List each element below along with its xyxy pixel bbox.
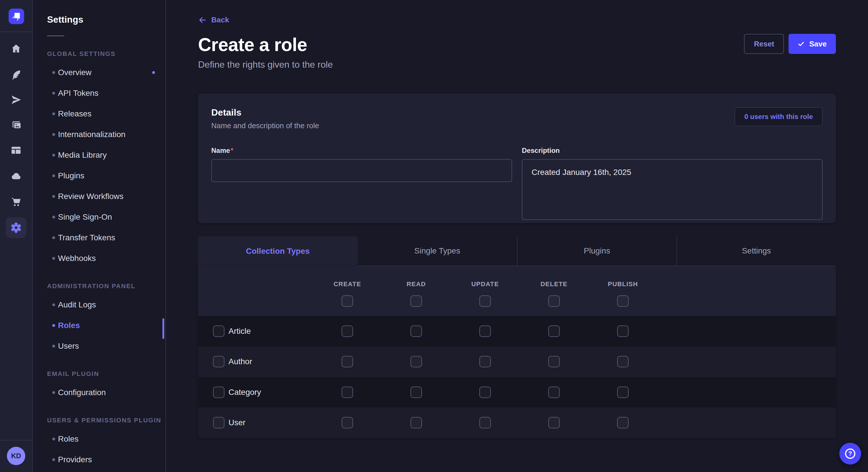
article-create-checkbox[interactable] [342, 326, 353, 337]
author-create-checkbox[interactable] [342, 356, 353, 367]
subnav-item-label: Internationalization [58, 130, 125, 139]
article-read-checkbox[interactable] [410, 326, 422, 337]
category-read-checkbox[interactable] [410, 386, 422, 398]
article-publish-checkbox[interactable] [617, 326, 629, 337]
subnav-item-users[interactable]: Users [33, 336, 165, 357]
back-label: Back [211, 15, 229, 24]
layout-panel-icon[interactable] [10, 144, 22, 156]
subnav-item-internationalization[interactable]: Internationalization [33, 124, 165, 145]
bullet-icon [52, 458, 55, 461]
question-mark-icon: ? [845, 448, 856, 459]
permissions-tabs: Collection TypesSingle TypesPluginsSetti… [198, 236, 836, 266]
bullet-icon [52, 174, 55, 177]
cart-icon[interactable] [10, 196, 22, 208]
required-mark: * [230, 146, 233, 154]
select-all-publish-checkbox[interactable] [617, 295, 629, 307]
subnav-item-api-tokens[interactable]: API Tokens [33, 83, 165, 103]
user-update-checkbox[interactable] [479, 417, 491, 429]
select-all-read-checkbox[interactable] [410, 295, 422, 307]
subnav-item-providers[interactable]: Providers [33, 449, 165, 470]
subnav-item-label: Review Workflows [58, 192, 123, 201]
user-publish-checkbox[interactable] [617, 417, 629, 429]
subnav-sections: GLOBAL SETTINGSOverviewAPI TokensRelease… [33, 50, 165, 470]
name-input[interactable] [211, 159, 512, 182]
tab-collection-types[interactable]: Collection Types [198, 236, 358, 266]
subnav-section-label-email-plugin: EMAIL PLUGIN [33, 370, 165, 378]
home-icon[interactable] [10, 43, 22, 55]
help-button[interactable]: ? [839, 443, 861, 465]
main-nav-rail: KD [0, 0, 33, 472]
subnav-item-releases[interactable]: Releases [33, 103, 165, 124]
user-row: User [198, 407, 836, 438]
subnav-item-label: Configuration [58, 388, 106, 397]
author-read-checkbox[interactable] [410, 356, 422, 367]
feather-icon[interactable] [10, 69, 22, 80]
subnav-item-configuration[interactable]: Configuration [33, 382, 165, 403]
subnav-item-plugins[interactable]: Plugins [33, 165, 165, 186]
reset-button[interactable]: Reset [744, 34, 784, 54]
strapi-logo-icon[interactable] [9, 9, 24, 24]
tab-single-types[interactable]: Single Types [358, 236, 517, 266]
bullet-icon [52, 195, 55, 198]
description-textarea[interactable]: Created January 16th, 2025 [522, 159, 823, 220]
bullet-icon [52, 216, 55, 218]
article-select-checkbox[interactable] [213, 326, 224, 337]
subnav-item-roles[interactable]: Roles [33, 315, 165, 336]
subnav-item-webhooks[interactable]: Webhooks [33, 248, 165, 269]
tab-settings[interactable]: Settings [677, 236, 836, 266]
author-publish-checkbox[interactable] [617, 356, 629, 367]
article-delete-checkbox[interactable] [548, 326, 560, 337]
category-update-checkbox[interactable] [479, 386, 491, 398]
user-select-checkbox[interactable] [213, 417, 224, 429]
description-field-group: Description Created January 16th, 2025 [522, 144, 823, 222]
subnav-item-label: Audit Logs [58, 300, 96, 309]
author-select-checkbox[interactable] [213, 356, 224, 367]
select-all-create-checkbox[interactable] [342, 295, 353, 307]
select-all-update-checkbox[interactable] [479, 295, 491, 307]
back-link[interactable]: Back [198, 15, 229, 24]
article-row-label: Article [228, 327, 251, 336]
category-publish-checkbox[interactable] [617, 386, 629, 398]
subnav-section-label-global-settings: GLOBAL SETTINGS [33, 50, 165, 58]
settings-gear-icon[interactable] [6, 217, 26, 238]
user-read-checkbox[interactable] [410, 417, 422, 429]
bullet-icon [52, 71, 55, 74]
notification-dot-icon [152, 71, 155, 74]
subnav-item-transfer-tokens[interactable]: Transfer Tokens [33, 227, 165, 248]
user-delete-checkbox[interactable] [548, 417, 560, 429]
author-delete-checkbox[interactable] [548, 356, 560, 367]
users-with-role-button[interactable]: 0 users with this role [735, 107, 823, 126]
permissions-table-header: CREATEREADUPDATEDELETEPUBLISH [198, 266, 836, 316]
category-create-checkbox[interactable] [342, 386, 353, 398]
category-select-checkbox[interactable] [213, 386, 224, 398]
subnav-item-single-sign-on[interactable]: Single Sign-On [33, 207, 165, 227]
save-button[interactable]: Save [788, 34, 836, 54]
category-delete-checkbox[interactable] [548, 386, 560, 398]
details-card: Details Name and description of the role… [198, 94, 836, 223]
author-update-checkbox[interactable] [479, 356, 491, 367]
user-create-checkbox[interactable] [342, 417, 353, 429]
settings-subnav: Settings GLOBAL SETTINGSOverviewAPI Toke… [33, 0, 166, 472]
subnav-item-label: Roles [58, 321, 80, 330]
rail-bottom-divider [0, 440, 32, 440]
avatar[interactable]: KD [7, 447, 25, 465]
paper-plane-icon[interactable] [10, 94, 22, 105]
subnav-item-roles[interactable]: Roles [33, 429, 165, 449]
subnav-item-audit-logs[interactable]: Audit Logs [33, 295, 165, 315]
subnav-item-label: Webhooks [58, 254, 96, 263]
name-label: Name* [211, 146, 234, 154]
cloud-icon[interactable] [10, 170, 22, 182]
tab-plugins[interactable]: Plugins [517, 236, 677, 266]
page-title: Create a role [198, 34, 836, 55]
bullet-icon [52, 438, 55, 440]
subnav-item-label: Media Library [58, 150, 107, 160]
subnav-item-review-workflows[interactable]: Review Workflows [33, 186, 165, 207]
media-library-icon[interactable] [10, 119, 22, 131]
select-all-delete-checkbox[interactable] [548, 295, 560, 307]
page-subtitle: Define the rights given to the role [198, 59, 836, 70]
subnav-item-overview[interactable]: Overview [33, 62, 165, 83]
article-update-checkbox[interactable] [479, 326, 491, 337]
bullet-icon [52, 236, 55, 239]
subnav-scrollbar-thumb[interactable] [162, 318, 164, 339]
subnav-item-media-library[interactable]: Media Library [33, 145, 165, 165]
